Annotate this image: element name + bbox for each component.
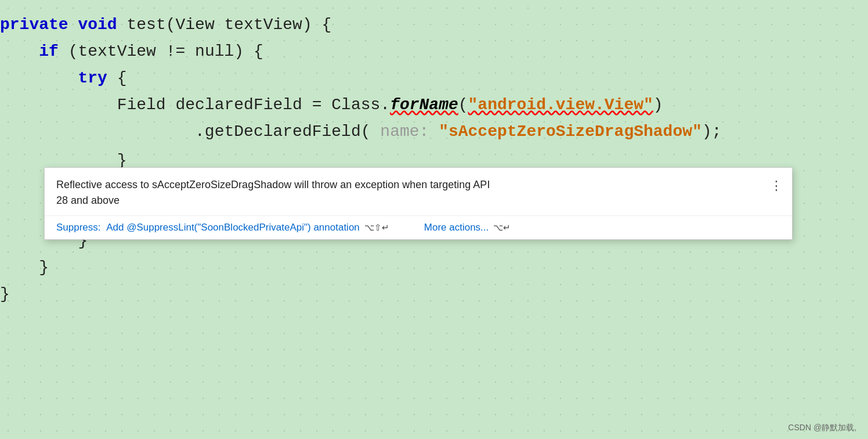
watermark: CSDN @静默加载,	[788, 423, 856, 433]
line4-text: Field declaredField = Class.forName("and…	[0, 93, 663, 117]
code-line-4: Field declaredField = Class.forName("and…	[0, 92, 868, 118]
code-line-2: if (textView != null) {	[0, 38, 868, 65]
editor-container: private void test(View textView) { if (t…	[0, 0, 868, 439]
line11-text: }	[0, 282, 10, 307]
line10-text: }	[0, 256, 49, 280]
line5-text: .getDeclaredField( name: "sAcceptZeroSiz…	[0, 120, 721, 144]
line1-text: private void test(View textView) {	[0, 13, 331, 37]
code-line-5: .getDeclaredField( name: "sAcceptZeroSiz…	[0, 118, 868, 145]
suppress-action-link[interactable]: Add @SuppressLint("SoonBlockedPrivateApi…	[106, 222, 360, 233]
tooltip-text-line2: 28 and above	[56, 195, 120, 206]
suppress-shortcut: ⌥⇧↵	[364, 222, 389, 233]
more-actions-link[interactable]: More actions...	[424, 222, 489, 233]
tooltip-message: Reflective access to sAcceptZeroSizeDrag…	[45, 168, 792, 216]
code-line-3: try {	[0, 65, 868, 92]
code-area: private void test(View textView) { if (t…	[0, 12, 868, 308]
tooltip-popup: Reflective access to sAcceptZeroSizeDrag…	[44, 167, 793, 240]
watermark-text: CSDN @静默加载,	[788, 423, 856, 432]
code-line-11: }	[0, 281, 868, 308]
line3-text: try {	[0, 66, 126, 91]
code-line-10: }	[0, 254, 868, 281]
tooltip-text-line1: Reflective access to sAcceptZeroSizeDrag…	[56, 179, 490, 190]
tooltip-actions-bar: Suppress: Add @SuppressLint("SoonBlocked…	[45, 216, 792, 239]
more-actions-shortcut: ⌥↵	[493, 222, 511, 233]
squiggle-line	[0, 142, 868, 145]
suppress-label: Suppress:	[56, 222, 101, 233]
tooltip-more-options-icon[interactable]: ⋮	[770, 176, 783, 195]
line2-text: if (textView != null) {	[0, 39, 263, 64]
code-line-1: private void test(View textView) {	[0, 12, 868, 38]
